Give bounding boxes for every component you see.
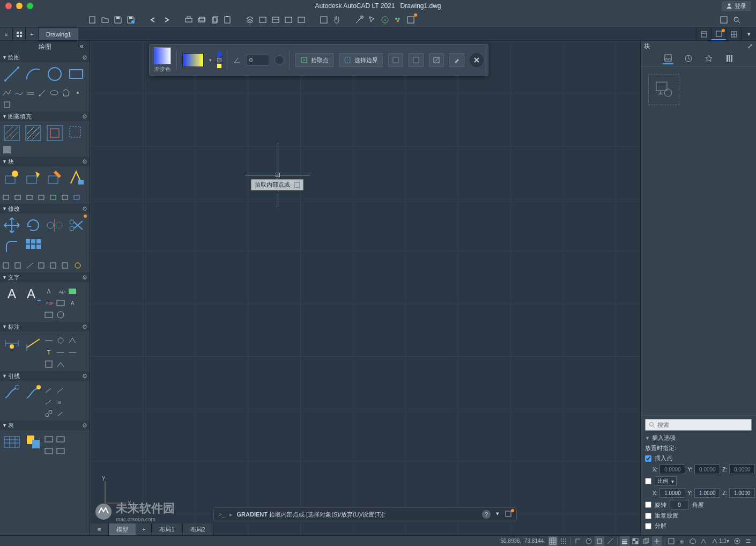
scale-button[interactable]: 1:1 ▾: [709, 536, 731, 546]
gradient-preview[interactable]: [182, 53, 204, 67]
polar-mode-icon[interactable]: [584, 536, 594, 546]
text-s2[interactable]: ABC: [56, 286, 65, 296]
block-search[interactable]: [645, 419, 752, 431]
copy-icon[interactable]: [209, 14, 220, 25]
command-expand-icon[interactable]: [505, 510, 512, 519]
block-s2[interactable]: [14, 192, 24, 202]
command-menu-icon[interactable]: ▾: [496, 510, 499, 519]
angle-dial[interactable]: [275, 55, 284, 65]
gear-icon[interactable]: ⚙: [82, 373, 87, 380]
gear-icon[interactable]: ⚙: [82, 422, 87, 429]
trim-tool[interactable]: [66, 216, 86, 235]
donut-tool[interactable]: [2, 100, 12, 109]
eyedropper-button[interactable]: [449, 53, 464, 67]
text-tool[interactable]: A: [24, 284, 43, 304]
layout2-tab[interactable]: 布局2: [183, 523, 213, 535]
text-s6[interactable]: A: [68, 298, 77, 308]
rotate-tool[interactable]: [24, 216, 43, 235]
text-s7[interactable]: [44, 310, 54, 320]
color-mid-swatch[interactable]: [217, 58, 221, 62]
repeat-checkbox[interactable]: [645, 513, 651, 519]
mleader-tool[interactable]: [2, 383, 21, 402]
cycling-icon[interactable]: [641, 536, 651, 546]
lead-s6[interactable]: [56, 409, 65, 418]
coordinate-display[interactable]: 50.8936, 73.8144: [496, 538, 548, 544]
drawing-canvas[interactable]: 渐变色 ▾ 拾取点 选择边界: [90, 41, 640, 535]
ellipse-tool[interactable]: [49, 88, 59, 98]
cloud-icon[interactable]: [392, 14, 403, 25]
gear-icon[interactable]: ⚙: [82, 323, 87, 330]
edit-block-tool[interactable]: [45, 168, 64, 188]
tab-recent[interactable]: [683, 54, 694, 64]
boundary-tool[interactable]: [45, 123, 64, 143]
text-s8[interactable]: [56, 310, 65, 320]
tbl-s2[interactable]: [56, 434, 65, 444]
transparency-icon[interactable]: [631, 536, 640, 546]
block-s4[interactable]: [38, 192, 47, 202]
lineweight-icon[interactable]: [620, 536, 629, 546]
layer-prev-icon[interactable]: [296, 14, 307, 25]
ray-tool[interactable]: [38, 88, 47, 98]
color1-swatch[interactable]: [217, 52, 221, 56]
section-table[interactable]: ▼表⚙: [0, 420, 90, 430]
mtext-tool[interactable]: A: [2, 284, 21, 304]
tab-favorites[interactable]: [703, 54, 714, 64]
new-file-icon[interactable]: [87, 14, 98, 25]
anno-icon[interactable]: [699, 536, 708, 546]
option3-button[interactable]: [429, 53, 444, 67]
ip-x-input[interactable]: [659, 464, 685, 474]
collapse-panel-icon[interactable]: «: [0, 28, 13, 40]
customize-icon[interactable]: ☰: [743, 536, 753, 546]
search-help-icon[interactable]: [731, 14, 742, 25]
fillet-tool[interactable]: [2, 237, 21, 256]
mod-s6[interactable]: [61, 261, 71, 270]
gear-icon[interactable]: ⚙: [82, 113, 87, 120]
search-input[interactable]: [657, 422, 748, 428]
region-tool[interactable]: [66, 123, 86, 143]
select-icon[interactable]: [367, 14, 377, 25]
tab-current-drawing[interactable]: DWG: [663, 54, 673, 64]
mod-s7[interactable]: [73, 261, 83, 270]
point-tool[interactable]: [73, 88, 83, 98]
dim-s2[interactable]: [56, 336, 65, 345]
scale-y-input[interactable]: [694, 488, 720, 498]
spline-tool[interactable]: [14, 88, 24, 98]
arc-tool[interactable]: [24, 64, 43, 84]
rotation-input[interactable]: [670, 500, 689, 510]
tab-libraries[interactable]: [724, 54, 735, 64]
gradient-tool[interactable]: [24, 123, 43, 143]
layer-props-icon[interactable]: [257, 14, 268, 25]
wipeout-tool[interactable]: [2, 145, 12, 154]
maximize-window[interactable]: [27, 3, 33, 9]
gear-icon[interactable]: ⚙: [82, 205, 87, 212]
grid-mode-icon[interactable]: [548, 536, 558, 546]
layer-state-icon[interactable]: [270, 14, 281, 25]
redo-icon[interactable]: [161, 14, 172, 25]
create-block-tool[interactable]: [24, 168, 43, 188]
dim-s3[interactable]: [68, 336, 77, 345]
dim-linear-tool[interactable]: [2, 334, 21, 353]
line-tool[interactable]: [2, 64, 21, 84]
lead-s3[interactable]: [44, 397, 54, 407]
color2-swatch[interactable]: [217, 64, 221, 68]
scale-checkbox[interactable]: [645, 478, 651, 484]
osnap-mode-icon[interactable]: [595, 536, 604, 546]
units-icon[interactable]: ⊕: [677, 536, 687, 546]
dyninput-icon[interactable]: [652, 536, 662, 546]
new-tab-icon[interactable]: +: [26, 28, 39, 40]
more-palette-icon[interactable]: ▾: [741, 28, 756, 40]
scale-z-input[interactable]: [729, 488, 755, 498]
ip-z-input[interactable]: [729, 464, 755, 474]
mod-s1[interactable]: [2, 261, 12, 270]
block-s3[interactable]: [26, 192, 35, 202]
ip-y-input[interactable]: [694, 464, 720, 474]
gear-icon[interactable]: ⚙: [82, 54, 87, 61]
minimize-window[interactable]: [16, 3, 23, 9]
layout-tabs-menu[interactable]: ≡: [90, 523, 109, 535]
move-tool[interactable]: [2, 216, 21, 235]
close-window[interactable]: [5, 3, 12, 9]
gear-icon[interactable]: ⚙: [82, 274, 87, 281]
dim-s7[interactable]: [44, 359, 54, 369]
help-icon[interactable]: [718, 14, 729, 25]
mod-s3[interactable]: [26, 261, 35, 270]
